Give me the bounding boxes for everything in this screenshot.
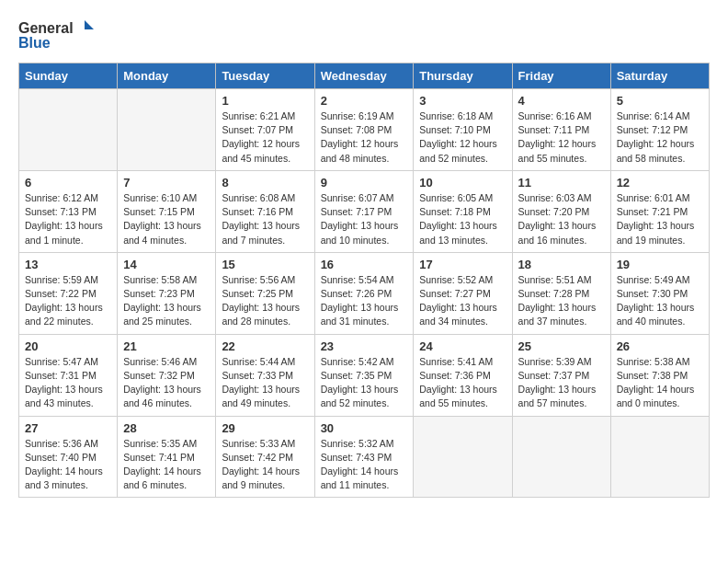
calendar-cell: 6Sunrise: 6:12 AM Sunset: 7:13 PM Daylig… (19, 170, 118, 252)
calendar-cell: 13Sunrise: 5:59 AM Sunset: 7:22 PM Dayli… (19, 252, 118, 334)
day-info: Sunrise: 6:18 AM Sunset: 7:10 PM Dayligh… (419, 109, 506, 166)
calendar-cell: 8Sunrise: 6:08 AM Sunset: 7:16 PM Daylig… (216, 170, 314, 252)
day-info: Sunrise: 5:41 AM Sunset: 7:36 PM Dayligh… (419, 355, 506, 411)
calendar-cell: 10Sunrise: 6:05 AM Sunset: 7:18 PM Dayli… (414, 170, 512, 252)
day-number: 19 (617, 258, 703, 271)
calendar-cell (118, 89, 216, 171)
day-number: 24 (419, 339, 506, 353)
calendar-cell (414, 416, 512, 498)
day-number: 26 (617, 339, 703, 353)
day-info: Sunrise: 6:14 AM Sunset: 7:12 PM Dayligh… (617, 109, 703, 166)
weekday-header-sunday: Sunday (19, 63, 118, 89)
day-number: 25 (518, 339, 605, 353)
day-number: 1 (222, 94, 308, 108)
weekday-header-wednesday: Wednesday (314, 63, 414, 89)
day-number: 2 (321, 94, 408, 108)
day-info: Sunrise: 5:54 AM Sunset: 7:26 PM Dayligh… (321, 273, 408, 329)
day-number: 27 (25, 421, 111, 435)
day-info: Sunrise: 6:21 AM Sunset: 7:07 PM Dayligh… (222, 109, 308, 166)
day-number: 17 (419, 258, 506, 271)
day-number: 14 (123, 258, 210, 271)
calendar-cell: 17Sunrise: 5:52 AM Sunset: 7:27 PM Dayli… (414, 252, 512, 334)
calendar-cell: 7Sunrise: 6:10 AM Sunset: 7:15 PM Daylig… (118, 170, 216, 252)
weekday-header-row: SundayMondayTuesdayWednesdayThursdayFrid… (19, 63, 710, 89)
calendar-week-row: 20Sunrise: 5:47 AM Sunset: 7:31 PM Dayli… (19, 334, 710, 416)
weekday-header-friday: Friday (512, 63, 610, 89)
weekday-header-tuesday: Tuesday (216, 63, 314, 89)
day-number: 30 (321, 421, 408, 435)
calendar-cell: 2Sunrise: 6:19 AM Sunset: 7:08 PM Daylig… (314, 89, 414, 171)
day-number: 22 (222, 339, 308, 353)
day-number: 4 (518, 94, 605, 108)
logo: GeneralBlue (18, 18, 101, 53)
day-number: 21 (123, 339, 210, 353)
calendar-cell: 22Sunrise: 5:44 AM Sunset: 7:33 PM Dayli… (216, 334, 314, 416)
day-info: Sunrise: 5:44 AM Sunset: 7:33 PM Dayligh… (222, 355, 308, 411)
day-info: Sunrise: 6:01 AM Sunset: 7:21 PM Dayligh… (617, 191, 703, 247)
day-number: 9 (321, 176, 408, 190)
calendar-cell: 5Sunrise: 6:14 AM Sunset: 7:12 PM Daylig… (610, 89, 709, 171)
calendar-cell: 4Sunrise: 6:16 AM Sunset: 7:11 PM Daylig… (512, 89, 610, 171)
calendar-week-row: 1Sunrise: 6:21 AM Sunset: 7:07 PM Daylig… (19, 89, 710, 171)
day-info: Sunrise: 6:07 AM Sunset: 7:17 PM Dayligh… (321, 191, 408, 247)
calendar-cell: 30Sunrise: 5:32 AM Sunset: 7:43 PM Dayli… (314, 416, 414, 498)
day-info: Sunrise: 5:33 AM Sunset: 7:42 PM Dayligh… (222, 437, 308, 493)
day-info: Sunrise: 5:56 AM Sunset: 7:25 PM Dayligh… (222, 273, 308, 329)
day-number: 13 (25, 258, 111, 271)
calendar-cell: 20Sunrise: 5:47 AM Sunset: 7:31 PM Dayli… (19, 334, 118, 416)
weekday-header-thursday: Thursday (414, 63, 512, 89)
calendar-cell: 23Sunrise: 5:42 AM Sunset: 7:35 PM Dayli… (314, 334, 414, 416)
logo-svg: GeneralBlue (18, 18, 101, 53)
day-number: 6 (25, 176, 111, 190)
day-info: Sunrise: 5:38 AM Sunset: 7:38 PM Dayligh… (617, 355, 703, 411)
day-number: 23 (321, 339, 408, 353)
day-info: Sunrise: 6:10 AM Sunset: 7:15 PM Dayligh… (123, 191, 210, 247)
day-number: 18 (518, 258, 605, 271)
day-info: Sunrise: 5:35 AM Sunset: 7:41 PM Dayligh… (123, 437, 210, 493)
calendar-week-row: 6Sunrise: 6:12 AM Sunset: 7:13 PM Daylig… (19, 170, 710, 252)
calendar-cell: 29Sunrise: 5:33 AM Sunset: 7:42 PM Dayli… (216, 416, 314, 498)
day-info: Sunrise: 5:52 AM Sunset: 7:27 PM Dayligh… (419, 273, 506, 329)
calendar-cell: 27Sunrise: 5:36 AM Sunset: 7:40 PM Dayli… (19, 416, 118, 498)
day-number: 12 (617, 176, 703, 190)
day-info: Sunrise: 5:47 AM Sunset: 7:31 PM Dayligh… (25, 355, 111, 411)
day-number: 16 (321, 258, 408, 271)
calendar-cell: 14Sunrise: 5:58 AM Sunset: 7:23 PM Dayli… (118, 252, 216, 334)
day-number: 10 (419, 176, 506, 190)
calendar-cell: 18Sunrise: 5:51 AM Sunset: 7:28 PM Dayli… (512, 252, 610, 334)
calendar-table: SundayMondayTuesdayWednesdayThursdayFrid… (18, 63, 710, 498)
day-info: Sunrise: 6:19 AM Sunset: 7:08 PM Dayligh… (321, 109, 408, 166)
calendar-week-row: 27Sunrise: 5:36 AM Sunset: 7:40 PM Dayli… (19, 416, 710, 498)
day-number: 20 (25, 339, 111, 353)
day-info: Sunrise: 6:16 AM Sunset: 7:11 PM Dayligh… (518, 109, 605, 166)
day-number: 29 (222, 421, 308, 435)
calendar-cell: 16Sunrise: 5:54 AM Sunset: 7:26 PM Dayli… (314, 252, 414, 334)
day-info: Sunrise: 6:12 AM Sunset: 7:13 PM Dayligh… (25, 191, 111, 247)
day-info: Sunrise: 5:59 AM Sunset: 7:22 PM Dayligh… (25, 273, 111, 329)
calendar-cell (512, 416, 610, 498)
calendar-cell: 9Sunrise: 6:07 AM Sunset: 7:17 PM Daylig… (314, 170, 414, 252)
day-info: Sunrise: 5:39 AM Sunset: 7:37 PM Dayligh… (518, 355, 605, 411)
day-info: Sunrise: 5:42 AM Sunset: 7:35 PM Dayligh… (321, 355, 408, 411)
weekday-header-saturday: Saturday (610, 63, 709, 89)
day-info: Sunrise: 5:51 AM Sunset: 7:28 PM Dayligh… (518, 273, 605, 329)
calendar-cell: 26Sunrise: 5:38 AM Sunset: 7:38 PM Dayli… (610, 334, 709, 416)
day-info: Sunrise: 5:58 AM Sunset: 7:23 PM Dayligh… (123, 273, 210, 329)
calendar-cell: 28Sunrise: 5:35 AM Sunset: 7:41 PM Dayli… (118, 416, 216, 498)
page-header: GeneralBlue (18, 18, 710, 53)
calendar-cell: 21Sunrise: 5:46 AM Sunset: 7:32 PM Dayli… (118, 334, 216, 416)
calendar-cell: 15Sunrise: 5:56 AM Sunset: 7:25 PM Dayli… (216, 252, 314, 334)
svg-text:General: General (18, 20, 74, 36)
day-info: Sunrise: 6:05 AM Sunset: 7:18 PM Dayligh… (419, 191, 506, 247)
calendar-cell: 1Sunrise: 6:21 AM Sunset: 7:07 PM Daylig… (216, 89, 314, 171)
calendar-cell (610, 416, 709, 498)
calendar-week-row: 13Sunrise: 5:59 AM Sunset: 7:22 PM Dayli… (19, 252, 710, 334)
day-info: Sunrise: 5:49 AM Sunset: 7:30 PM Dayligh… (617, 273, 703, 329)
day-number: 7 (123, 176, 210, 190)
day-info: Sunrise: 6:08 AM Sunset: 7:16 PM Dayligh… (222, 191, 308, 247)
day-number: 11 (518, 176, 605, 190)
calendar-cell (19, 89, 118, 171)
calendar-cell: 3Sunrise: 6:18 AM Sunset: 7:10 PM Daylig… (414, 89, 512, 171)
day-number: 3 (419, 94, 506, 108)
day-number: 15 (222, 258, 308, 271)
